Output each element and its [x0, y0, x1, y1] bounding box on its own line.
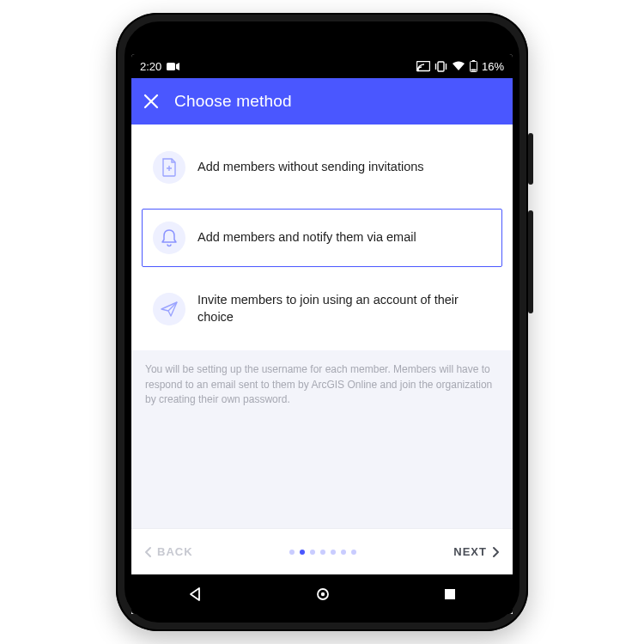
option-add-without-invite[interactable]: Add members without sending invitations: [142, 138, 502, 197]
volume-button: [528, 210, 533, 313]
wifi-icon: [452, 61, 465, 71]
back-label: BACK: [157, 545, 193, 558]
android-back-icon[interactable]: [187, 586, 203, 602]
svg-rect-16: [445, 589, 455, 599]
bell-icon: [153, 222, 185, 254]
screen: 2:20: [131, 54, 513, 614]
phone-frame: 2:20: [116, 13, 528, 631]
svg-rect-8: [471, 70, 476, 71]
content-area: Add members without sending invitations …: [131, 125, 513, 574]
next-label: NEXT: [453, 545, 487, 558]
android-home-icon[interactable]: [315, 586, 331, 602]
android-nav-bar: [131, 574, 513, 614]
svg-point-2: [417, 69, 419, 70]
step-dots: [289, 550, 356, 555]
back-button[interactable]: BACK: [143, 545, 193, 558]
android-recent-icon[interactable]: [443, 587, 457, 601]
app-bar: Choose method: [131, 78, 513, 125]
wizard-footer: BACK NEXT: [131, 528, 513, 574]
option-label: Invite members to join using an account …: [197, 292, 491, 325]
power-button: [528, 133, 533, 185]
battery-percent: 16%: [482, 60, 504, 73]
step-dot: [341, 550, 346, 555]
step-dot: [310, 550, 315, 555]
paper-plane-icon: [153, 293, 185, 325]
helper-text: You will be setting up the username for …: [131, 350, 513, 414]
page-title: Choose method: [174, 92, 292, 111]
svg-rect-3: [438, 62, 444, 71]
step-dot: [351, 550, 356, 555]
chevron-left-icon: [143, 546, 152, 558]
android-status-bar: 2:20: [131, 54, 513, 78]
chevron-right-icon: [492, 546, 501, 558]
close-icon[interactable]: [143, 94, 159, 109]
options-list: Add members without sending invitations …: [131, 125, 513, 350]
cast-icon: [416, 61, 430, 72]
step-dot: [289, 550, 295, 555]
videocam-icon: [167, 62, 180, 71]
file-plus-icon: [153, 151, 185, 184]
option-invite-own-account[interactable]: Invite members to join using an account …: [142, 279, 502, 338]
next-button[interactable]: NEXT: [453, 545, 501, 558]
status-time: 2:20: [140, 60, 161, 73]
svg-rect-0: [167, 63, 175, 70]
vibrate-icon: [434, 61, 447, 72]
option-label: Add members without sending invitations: [197, 159, 424, 176]
option-add-and-notify[interactable]: Add members and notify them via email: [142, 209, 502, 267]
battery-icon: [470, 60, 477, 72]
option-label: Add members and notify them via email: [197, 229, 416, 246]
step-dot: [300, 550, 305, 555]
step-dot: [331, 550, 336, 555]
svg-point-15: [321, 592, 325, 596]
step-dot: [320, 550, 325, 555]
